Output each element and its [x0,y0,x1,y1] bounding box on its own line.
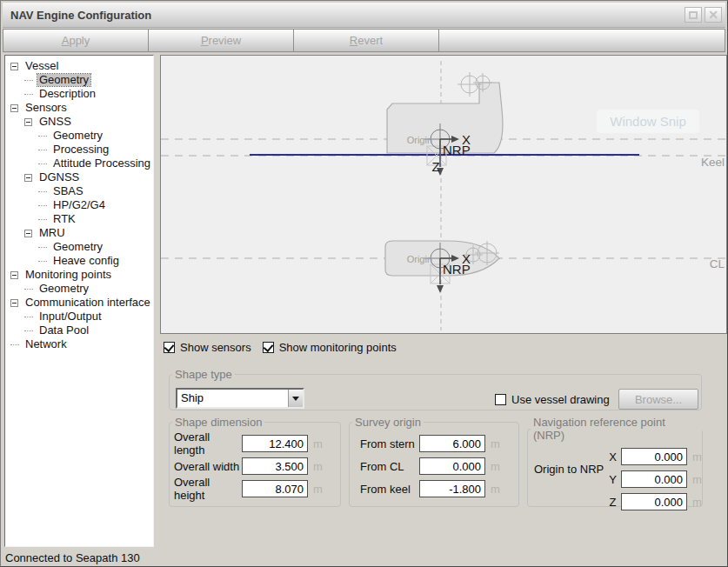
titlebar[interactable]: NAV Engine Configuration ✕ [3,3,725,28]
unit-label: m [692,473,702,486]
use-vessel-drawing-checkbox-box[interactable] [495,394,506,405]
origin-to-nrp-x-input[interactable] [621,448,687,465]
window-controls: ✕ [685,7,722,23]
tree-item-geometry[interactable]: Geometry [5,240,153,254]
use-vessel-drawing-label: Use vessel drawing [511,393,610,406]
tree-item-monitoring-points[interactable]: Monitoring points [5,268,153,282]
use-vessel-drawing-checkbox[interactable]: Use vessel drawing [495,393,610,406]
tree-item-attitude-processing[interactable]: Attitude Processing [5,157,153,170]
tree-item-sensors[interactable]: Sensors [5,101,153,115]
tree-item-label: Geometry [51,241,104,253]
tree-item-rtk[interactable]: RTK [5,212,153,226]
vessel-drawing: Window Snip [161,56,726,333]
tree-item-dgnss[interactable]: DGNSS [5,170,153,184]
overall-height-input[interactable] [242,480,308,497]
tree-item-label: Data Pool [37,324,90,337]
tree-item-mru[interactable]: MRU [5,226,153,240]
show-monitoring-points-checkbox-box[interactable] [263,342,274,353]
tree-item-geometry[interactable]: Geometry [5,129,153,143]
tree-connector [38,261,47,262]
tree-expander-icon[interactable] [10,299,18,307]
tree-item-input-output[interactable]: Input/Output [5,310,153,324]
tree-item-label: MRU [37,227,67,239]
overall-length-input[interactable] [242,435,308,452]
tree-item-hp-g2-g4[interactable]: HP/G2/G4 [5,198,153,212]
show-sensors-checkbox[interactable]: Show sensors [164,341,251,354]
tree-expander-icon[interactable] [24,174,32,182]
keel-label: Keel [701,156,725,169]
unit-label: m [692,496,702,509]
from-keel-input[interactable] [419,480,485,497]
tree-connector [38,247,47,248]
unit-label: m [491,483,500,496]
field-label: From keel [360,483,419,496]
tree-item-data-pool[interactable]: Data Pool [5,324,153,337]
from-stern-input[interactable] [419,435,485,452]
unit-label: m [313,460,323,473]
config-tree[interactable]: VesselGeometryDescriptionSensorsGNSSGeom… [4,55,154,547]
tree-item-processing[interactable]: Processing [5,143,153,157]
tree-expander-icon[interactable] [24,118,32,126]
browse-button[interactable]: Browse... [618,389,698,410]
origin-to-nrp-y-input[interactable] [621,470,687,488]
survey-origin-legend: Survey origin [352,416,424,429]
tree-item-label: Heave config [51,255,121,267]
tree-item-description[interactable]: Description [5,87,153,101]
tree-connector [24,317,33,317]
close-button[interactable]: ✕ [705,7,722,23]
tree-item-label: Communication interface [23,297,152,309]
tree-item-label: Geometry [37,283,90,295]
status-bar: Connected to Seapath 130 [3,549,725,566]
tree-expander-icon[interactable] [10,63,18,70]
origin-to-nrp-label: Origin to NRP [534,463,604,476]
tree-item-label: SBAS [51,185,85,197]
shape-type-legend: Shape type [172,368,235,381]
tree-expander-icon[interactable] [10,271,18,279]
tree-expander-icon[interactable] [10,104,18,112]
revert-button[interactable]: Revert [293,29,439,52]
tree-item-label: GNSS [37,116,73,128]
tree-item-label: Description [37,88,97,100]
tree-connector [24,289,33,290]
origin-to-nrp-z-input[interactable] [621,493,687,510]
shape-type-value: Ship [177,390,288,407]
origin-label-side: Origin [407,135,432,145]
tree-item-label: Input/Output [37,310,104,323]
field-label: From CL [360,460,419,473]
vessel-drawing-panel: Window Snip [160,55,727,334]
overall-width-input[interactable] [242,457,308,475]
tree-item-communication-interface[interactable]: Communication interface [5,296,153,310]
chevron-down-icon [292,397,299,401]
from-cl-input[interactable] [419,457,485,475]
shape-dimension-rows: Overall lengthmOverall widthmOverall hei… [170,429,340,500]
preview-button[interactable]: Preview [148,29,294,52]
tree-item-vessel[interactable]: Vessel [5,59,153,73]
tree-item-gnss[interactable]: GNSS [5,115,153,129]
tree-item-geometry[interactable]: Geometry [5,73,153,87]
tree-connector [38,191,47,192]
field-row: Overall widthm [170,455,340,477]
show-monitoring-points-checkbox[interactable]: Show monitoring points [263,341,397,354]
unit-label: m [491,437,500,450]
origin-label-top: Origin [407,254,432,264]
unit-label: m [313,483,323,496]
tree-item-geometry[interactable]: Geometry [5,282,153,296]
nrp-legend: Navigation reference point (NRP) [531,416,702,442]
maximize-button[interactable] [685,7,702,23]
unit-label: m [692,450,702,464]
tree-item-sbas[interactable]: SBAS [5,184,153,198]
tree-expander-icon[interactable] [24,230,32,237]
tree-item-heave-config[interactable]: Heave config [5,254,153,268]
shape-type-dropdown-button[interactable] [288,390,303,407]
nrp-label-top: NRP [443,262,471,277]
survey-origin-group: Survey origin From sternmFrom CLmFrom ke… [349,416,519,507]
shape-type-group: Shape type Ship Use vessel drawing Brows… [169,368,702,410]
nrp-label-side: NRP [443,143,471,157]
show-sensors-checkbox-box[interactable] [164,342,175,353]
cl-label: CL [710,257,725,270]
tree-item-network[interactable]: Network [5,337,153,351]
apply-button[interactable]: Apply [3,29,149,52]
shape-dimension-group: Shape dimension Overall lengthmOverall w… [169,416,341,507]
toolbar-filler [438,29,725,52]
shape-type-select[interactable]: Ship [176,388,304,409]
